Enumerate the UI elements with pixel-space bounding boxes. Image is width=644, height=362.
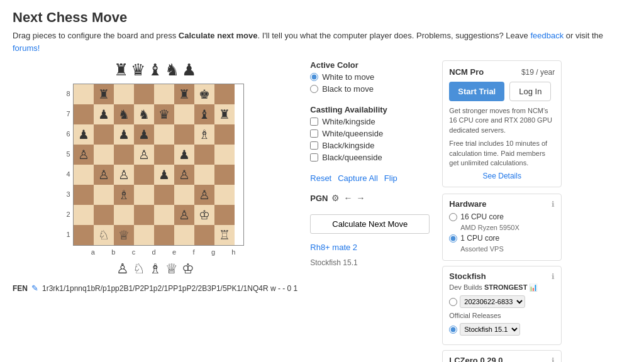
piece-bar[interactable]: ♜♛♝♞♟ — [114, 60, 196, 80]
board-cell[interactable]: ♗ — [114, 185, 134, 205]
board-cell[interactable]: ♘ — [94, 225, 114, 245]
board-cell[interactable]: ♗ — [194, 124, 214, 145]
board-cell[interactable]: ♟ — [134, 124, 154, 145]
stockfish-info-icon[interactable]: ℹ — [552, 272, 555, 281]
board-cell[interactable]: ♟ — [114, 124, 134, 145]
white-queenside-label[interactable]: White/queenside — [310, 129, 430, 138]
board-cell[interactable] — [114, 84, 134, 104]
dev-build-radio[interactable] — [449, 298, 457, 306]
piece-bar-item[interactable]: ♜ — [114, 60, 128, 80]
board-cell[interactable]: ♟ — [174, 145, 194, 165]
board-cell[interactable] — [154, 145, 174, 165]
board-cell[interactable]: ♙ — [74, 145, 94, 165]
board-cell[interactable] — [154, 124, 174, 145]
board-cell[interactable] — [74, 205, 94, 225]
board-cell[interactable]: ♔ — [194, 205, 214, 225]
board-cell[interactable] — [154, 225, 174, 245]
black-queenside-label[interactable]: Black/queenside — [310, 153, 430, 162]
white-queenside-check[interactable] — [310, 129, 318, 138]
forums-link[interactable]: forums! — [13, 43, 40, 53]
board-cell[interactable] — [134, 84, 154, 104]
board-cell[interactable]: ♜ — [214, 104, 235, 124]
board-cell[interactable]: ♛ — [154, 104, 174, 124]
board-cell[interactable]: ♜ — [174, 84, 194, 104]
bottom-bar-item[interactable]: ♘ — [133, 261, 145, 277]
piece-bar-item[interactable]: ♝ — [148, 60, 162, 80]
board-cell[interactable] — [74, 225, 94, 245]
board-cell[interactable]: ♞ — [134, 104, 154, 124]
black-to-move-label[interactable]: Black to move — [310, 84, 430, 94]
board-cell[interactable] — [74, 165, 94, 185]
capture-all-link[interactable]: Capture All — [338, 173, 378, 183]
white-to-move-radio[interactable] — [310, 73, 318, 81]
board-cell[interactable] — [214, 124, 235, 145]
board-cell[interactable] — [94, 124, 114, 145]
white-kingside-check[interactable] — [310, 118, 318, 126]
board-cell[interactable]: ♚ — [194, 84, 214, 104]
bottom-bar-item[interactable]: ♔ — [182, 261, 194, 277]
board-cell[interactable] — [214, 145, 235, 165]
pgn-right-icon[interactable]: → — [356, 193, 365, 203]
piece-bar-item[interactable]: ♛ — [131, 60, 145, 80]
dev-build-select[interactable]: 20230622-6833 — [460, 295, 525, 308]
lczero-info-icon[interactable]: ℹ — [552, 356, 555, 362]
piece-bar-item[interactable]: ♟ — [182, 60, 196, 80]
board-cell[interactable] — [114, 145, 134, 165]
white-kingside-label[interactable]: White/kingside — [310, 117, 430, 126]
board-cell[interactable] — [194, 145, 214, 165]
board-cell[interactable] — [214, 205, 235, 225]
board-cell[interactable] — [194, 165, 214, 185]
login-button[interactable]: Log In — [509, 82, 551, 101]
board-cell[interactable]: ♞ — [114, 104, 134, 124]
board-cell[interactable]: ♟ — [94, 104, 114, 124]
start-trial-button[interactable]: Start Trial — [449, 82, 504, 101]
cpu-16-label[interactable]: 16 CPU core — [449, 212, 555, 221]
bottom-bar-item[interactable]: ♗ — [149, 261, 162, 277]
pgn-settings-icon[interactable]: ⚙ — [331, 193, 340, 203]
board-cell[interactable] — [154, 84, 174, 104]
bottom-bar-item[interactable]: ♙ — [116, 261, 129, 277]
board-cell[interactable]: ♟ — [74, 124, 94, 145]
board-cell[interactable] — [134, 225, 154, 245]
bottom-bar-item[interactable]: ♕ — [165, 261, 178, 277]
hardware-info-icon[interactable]: ℹ — [552, 200, 555, 209]
cpu-1-label[interactable]: 1 CPU core — [449, 234, 555, 243]
black-kingside-label[interactable]: Black/kingside — [310, 141, 430, 150]
white-to-move-label[interactable]: White to move — [310, 72, 430, 82]
fen-edit-icon[interactable]: ✎ — [31, 283, 38, 293]
board-cell[interactable] — [94, 205, 114, 225]
calculate-button[interactable]: Calculate Next Move — [310, 214, 430, 234]
board-cell[interactable] — [134, 165, 154, 185]
feedback-link[interactable]: feedback — [530, 31, 564, 40]
board-cell[interactable] — [154, 185, 174, 205]
board-cell[interactable] — [94, 185, 114, 205]
board-cell[interactable] — [74, 104, 94, 124]
board-cell[interactable] — [114, 205, 134, 225]
board-cell[interactable] — [214, 165, 235, 185]
board-cell[interactable] — [214, 185, 235, 205]
chess-board[interactable]: ♜♜♚♟♞♞♛♝♜♟♟♟♗♙♙♟♙♙♟♙♗♙♙♔♘♕♖ — [73, 84, 244, 246]
board-cell[interactable] — [214, 84, 235, 104]
flip-link[interactable]: Flip — [384, 173, 397, 183]
board-cell[interactable] — [174, 185, 194, 205]
board-cell[interactable] — [194, 225, 214, 245]
bottom-bar[interactable]: ♙♘♗♕♔ — [116, 261, 194, 277]
board-cell[interactable]: ♙ — [114, 165, 134, 185]
pgn-left-icon[interactable]: ← — [343, 193, 352, 203]
board-cell[interactable]: ♟ — [154, 165, 174, 185]
board-cell[interactable]: ♙ — [134, 145, 154, 165]
board-cell[interactable]: ♕ — [114, 225, 134, 245]
see-details-link[interactable]: See Details — [449, 172, 555, 180]
board-cell[interactable]: ♖ — [214, 225, 235, 245]
cpu-16-radio[interactable] — [449, 213, 457, 221]
board-cell[interactable] — [174, 124, 194, 145]
board-cell[interactable] — [74, 84, 94, 104]
reset-link[interactable]: Reset — [310, 173, 331, 183]
board-cell[interactable]: ♙ — [174, 165, 194, 185]
board-cell[interactable] — [174, 225, 194, 245]
board-cell[interactable]: ♝ — [194, 104, 214, 124]
board-cell[interactable] — [174, 104, 194, 124]
cpu-1-radio[interactable] — [449, 234, 457, 243]
board-cell[interactable] — [134, 185, 154, 205]
official-radio[interactable] — [449, 326, 457, 334]
